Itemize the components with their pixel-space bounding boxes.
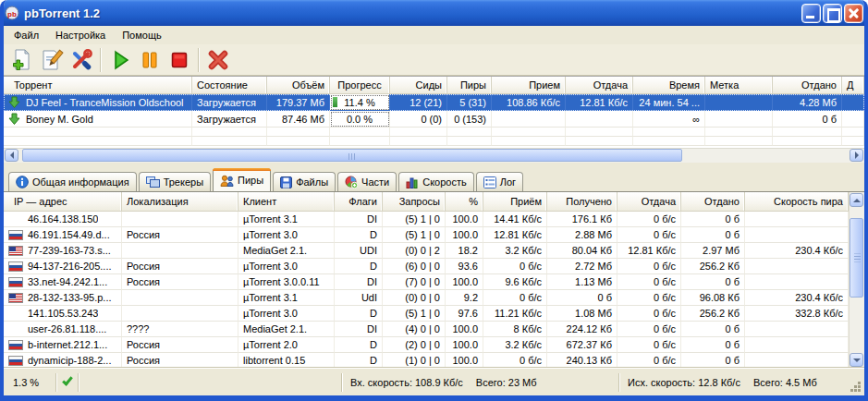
peer-cell — [745, 212, 849, 227]
torrent-row[interactable]: Boney M. GoldЗагружается87.46 Мб0.0 %0 (… — [4, 111, 864, 128]
peer-row[interactable]: dynamicip-188-2...Россияlibtorrent 0.15D… — [4, 353, 864, 368]
peer-column-header[interactable]: Приём — [483, 192, 547, 211]
svg-text:pb: pb — [7, 10, 17, 18]
peer-cell: 240.13 Кб — [547, 353, 617, 368]
torrent-column-header[interactable]: Прием — [492, 77, 566, 93]
peer-row[interactable]: 46.164.138.150µTorrent 3.1DI(5) 1 | 0100… — [4, 212, 864, 227]
tab-general-info[interactable]: Общая информация — [8, 172, 137, 191]
tab-peers[interactable]: Пиры — [213, 168, 271, 191]
horizontal-scrollbar[interactable] — [4, 148, 864, 163]
torrent-row[interactable]: DJ Feel - TranceMission Oldschool ...Заг… — [4, 94, 864, 111]
torrent-column-header[interactable]: Пиры — [447, 77, 492, 93]
menu-help[interactable]: Помощь — [114, 28, 170, 43]
peer-column-header[interactable]: Получено — [547, 192, 617, 211]
peer-cell: 256.2 Кб — [681, 259, 745, 274]
torrent-cell: Загружается — [192, 111, 267, 128]
create-torrent-button[interactable] — [37, 46, 67, 74]
torrent-column-header[interactable]: Торрент — [4, 77, 192, 93]
peer-column-header[interactable]: IP — адрес — [4, 192, 122, 211]
peer-column-header[interactable]: Отдано — [681, 192, 745, 211]
menu-settings[interactable]: Настройка — [47, 28, 114, 43]
peer-row[interactable]: user-26.81.118....????MediaGet 2.1.DI(4)… — [4, 322, 864, 337]
peer-ip: 33.net-94.242.1... — [28, 276, 107, 287]
peer-cell: (4) 0 | 0 — [383, 322, 446, 337]
empty-cell — [4, 128, 192, 137]
tab-speed[interactable]: Скорость — [398, 172, 474, 191]
vertical-scroll-thumb[interactable] — [850, 218, 863, 298]
peer-cell: ???? — [122, 322, 238, 337]
torrent-column-header[interactable]: Отдано — [773, 77, 842, 93]
tab-trackers[interactable]: Трекеры — [139, 172, 211, 191]
add-torrent-button[interactable] — [7, 46, 37, 74]
peer-cell: DI — [335, 212, 383, 227]
empty-cell — [705, 128, 773, 137]
peer-column-header[interactable]: Локализация — [122, 192, 238, 211]
peer-cell: 176.1 Кб — [547, 212, 617, 227]
torrent-column-header[interactable]: Объём — [267, 77, 330, 93]
pause-button[interactable] — [135, 46, 165, 74]
minimize-button[interactable] — [801, 4, 821, 23]
peer-column-header[interactable]: Отдача — [617, 192, 681, 211]
torrent-cell: 0 (153) — [447, 111, 492, 128]
start-button[interactable] — [105, 46, 135, 74]
app-logo-icon[interactable]: pb — [5, 6, 19, 20]
settings-tools-icon — [69, 48, 93, 72]
peer-column-header[interactable]: Флаги — [335, 192, 383, 211]
scroll-right-button[interactable] — [850, 149, 863, 162]
peer-row[interactable]: 33.net-94.242.1...РоссияµTorrent 3.0.0.1… — [4, 274, 864, 290]
torrent-column-header[interactable]: Сиды — [390, 77, 447, 93]
peer-cell: µTorrent 3.0 — [238, 227, 335, 243]
peer-cell: 224.12 Кб — [547, 322, 617, 337]
stop-button[interactable] — [165, 46, 194, 74]
peer-column-header[interactable]: % — [446, 192, 483, 211]
torrent-column-header[interactable]: Время — [633, 77, 705, 93]
peer-column-header[interactable]: Запросы — [383, 192, 446, 211]
torrent-column-header[interactable]: Прогресс — [330, 77, 390, 93]
settings-button[interactable] — [67, 46, 96, 74]
peer-column-header[interactable]: Клиент — [238, 192, 335, 211]
tab-files[interactable]: Файлы — [273, 172, 336, 191]
torrent-column-header[interactable]: Метка — [705, 77, 773, 93]
vertical-scrollbar[interactable] — [849, 192, 864, 368]
russia-flag-icon — [8, 356, 23, 366]
peer-row[interactable]: 77-239-163-73.s...MediaGet 2.1.UDI(0) 0 … — [4, 243, 864, 259]
scroll-up-button[interactable] — [850, 193, 863, 207]
empty-cell — [842, 137, 864, 146]
horizontal-scroll-thumb[interactable] — [22, 149, 682, 162]
torrent-rows: DJ Feel - TranceMission Oldschool ...Заг… — [4, 94, 864, 146]
scroll-left-button[interactable] — [5, 149, 18, 162]
empty-cell — [390, 137, 447, 146]
peer-row[interactable]: 141.105.53.243µTorrent 3.0D(5) 1 | 097.6… — [4, 306, 864, 322]
peer-rows: 46.164.138.150µTorrent 3.1DI(5) 1 | 0100… — [4, 212, 864, 368]
torrent-cell — [566, 111, 633, 128]
tab-log[interactable]: Лог — [476, 172, 523, 191]
peer-cell: libtorrent 0.15 — [238, 353, 335, 368]
peer-cell: MediaGet 2.1. — [238, 243, 335, 259]
torrent-column-header[interactable]: Состояние — [192, 77, 267, 93]
torrent-column-header[interactable]: Д — [842, 77, 864, 93]
remove-button[interactable] — [203, 46, 233, 74]
torrent-cell: 108.86 Кб/с — [492, 94, 566, 111]
peer-row[interactable]: 28-132-133-95.p...µTorrent 3.1UdI(0) 0 |… — [4, 290, 864, 306]
torrent-name: Boney M. Gold — [26, 114, 93, 125]
peer-ip: dynamicip-188-2... — [28, 355, 112, 366]
menu-file[interactable]: Файл — [6, 28, 47, 43]
resize-grip[interactable] — [858, 389, 861, 392]
ratio-value: 1.3 % — [6, 377, 55, 388]
scroll-down-button[interactable] — [850, 353, 863, 367]
statusbar-separator — [55, 373, 57, 392]
peer-column-header[interactable]: Скорость пира — [745, 192, 849, 211]
peer-cell: 0 б/с — [617, 306, 681, 322]
peer-row[interactable]: 46.191.154.49.d...РоссияµTorrent 3.0D(5)… — [4, 227, 864, 243]
peer-row[interactable]: b-internet.212.1...РоссияµTorrent 2.0D(2… — [4, 337, 864, 353]
maximize-button[interactable] — [823, 4, 842, 23]
tab-pieces[interactable]: Части — [337, 172, 397, 191]
peer-cell: Россия — [122, 259, 238, 274]
peer-cell: 100.0 — [446, 227, 483, 243]
peer-cell: µTorrent 3.0.0.11 — [238, 274, 335, 290]
torrent-name: DJ Feel - TranceMission Oldschool ... — [26, 97, 187, 108]
peer-cell: µTorrent 3.0 — [238, 306, 335, 322]
peer-row[interactable]: 94-137-216-205....РоссияµTorrent 3.0D(6)… — [4, 259, 864, 274]
torrent-column-header[interactable]: Отдача — [566, 77, 633, 93]
close-button[interactable] — [844, 4, 863, 23]
